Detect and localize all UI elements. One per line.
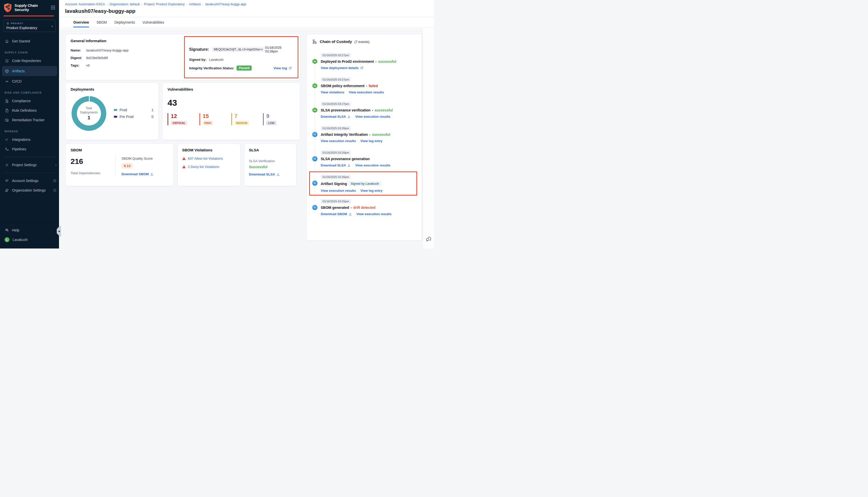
sidebar-item-help[interactable]: ? Help <box>0 225 59 235</box>
chain-of-custody-icon <box>312 39 317 44</box>
event-timestamp: 01/16/2025 03:27pm <box>321 77 351 82</box>
sidebar-item-cicd[interactable]: CI/CD <box>0 76 59 86</box>
sidebar-item-get-started[interactable]: Get Started <box>0 37 59 46</box>
clipboard-check-icon <box>4 108 9 113</box>
divider <box>3 173 56 173</box>
support-chat-icon[interactable] <box>425 236 432 242</box>
sidebar-item-project-settings[interactable]: Project Settings › <box>0 160 59 170</box>
sidebar-item-label: CI/CD <box>12 79 22 83</box>
severity-high: 15 HIGH <box>199 113 231 125</box>
info-icon[interactable] <box>53 179 56 183</box>
chain-title: Chain of Custody <box>320 39 352 44</box>
sidebar-item-code-repositories[interactable]: Code Repositories <box>0 56 59 66</box>
view-execution-results-link[interactable]: View execution results <box>355 115 390 118</box>
signature-label: Signature: <box>189 47 209 52</box>
view-log-entry-link[interactable]: View log entry <box>360 189 382 193</box>
integrations-icon <box>4 137 9 142</box>
sidebar-item-account-settings[interactable]: Account Settings <box>0 176 59 185</box>
vulnerabilities-total: 43 <box>168 98 295 108</box>
legend-item-pre-prod: Pre Prod 0 <box>114 115 153 119</box>
pipelines-icon <box>4 147 9 151</box>
chain-event-sbom-generated: 01/16/2025 03:25pm SBOM generated - drif… <box>312 199 416 219</box>
view-execution-results-link[interactable]: View execution results <box>321 139 356 143</box>
sidebar-item-label: Get Started <box>12 39 30 43</box>
deployments-legend: Prod 1 Pre Prod 0 <box>114 105 153 122</box>
project-selector[interactable]: PROJECT Product Exploratory › <box>3 20 56 32</box>
severity-row: 12 CRITICAL 15 HIGH 7 MEDIUM 9 <box>168 113 295 125</box>
view-deployment-details-link[interactable]: View deployment details <box>321 66 363 70</box>
sidebar-header: Supply Chain Security <box>0 0 59 15</box>
deny-list-violations-link[interactable]: 2 Deny list Violations <box>188 165 219 169</box>
download-sbom-link[interactable]: Download SBOM <box>321 212 352 216</box>
sidebar-user[interactable]: L Lavakush <box>0 235 59 244</box>
sidebar-item-label: Integrations <box>12 138 30 142</box>
file-search-icon <box>4 99 9 103</box>
project-label: PROJECT <box>11 22 23 25</box>
info-icon[interactable] <box>53 188 56 192</box>
chain-events-count: (7 events) <box>354 40 369 44</box>
download-slsa-link[interactable]: Download SLSA <box>321 115 351 118</box>
sidebar-item-label: Account Settings <box>12 179 39 183</box>
main-content: General Information Name: lavakush07/eas… <box>59 28 422 248</box>
user-name: Lavakush <box>13 238 28 242</box>
view-execution-results-link[interactable]: View execution results <box>349 90 384 94</box>
chain-event-artifact-integrity: 01/16/2025 03:26pm Artifact Integrity Ve… <box>312 126 416 146</box>
chevron-right-icon: › <box>186 3 187 6</box>
sidebar-item-remediation-tracker[interactable]: Remediation Tracker <box>0 115 59 125</box>
sidebar-item-organization-settings[interactable]: Organization Settings <box>0 185 59 195</box>
apps-grid-icon[interactable] <box>51 5 56 10</box>
tab-sbom[interactable]: SBOM <box>96 17 107 27</box>
breadcrumb-account[interactable]: Account: Automation-SSCA <box>65 2 105 6</box>
warning-triangle-icon <box>182 157 186 160</box>
download-sbom-link[interactable]: Download SBOM <box>121 172 153 176</box>
sidebar-item-label: Organization Settings <box>12 188 46 192</box>
download-slsa-link[interactable]: Download SLSA <box>321 164 351 167</box>
name-label: Name: <box>71 48 83 52</box>
breadcrumb-current[interactable]: lavakush07/easy-buggy-app <box>205 2 246 6</box>
sidebar-item-artifacts[interactable]: Artifacts <box>2 66 57 76</box>
card-title: General Information <box>71 39 295 43</box>
allow-list-violations-link[interactable]: 637 Allow list Violations <box>188 157 223 160</box>
pipeline-green-icon: ∞ <box>312 59 318 64</box>
signature-value: MEQCICde2VjIT...bL+2+mqnOXw== <box>211 47 265 52</box>
cube-icon <box>4 69 9 73</box>
svg-text:?: ? <box>6 229 7 230</box>
view-execution-results-link[interactable]: View execution results <box>356 212 392 216</box>
chevron-right-icon: › <box>107 3 108 6</box>
sbom-quality-label: SBOM Quality Score <box>121 157 153 160</box>
sidebar-item-label: Help <box>12 228 19 232</box>
signed-by-value: Lavakush <box>209 58 224 61</box>
infinity-icon <box>4 79 9 84</box>
card-title: SBOM <box>71 148 169 152</box>
breadcrumb-organization[interactable]: Organization: default <box>110 2 140 6</box>
sidebar-item-integrations[interactable]: Integrations <box>0 135 59 144</box>
sidebar-item-label: Rule Definitions <box>12 109 37 112</box>
view-violations-link[interactable]: View violations <box>321 90 344 94</box>
view-execution-results-link[interactable]: View execution results <box>321 189 356 193</box>
view-log-entry-link[interactable]: View log entry <box>360 139 382 143</box>
scan-blue-icon <box>312 205 318 210</box>
breadcrumb-project[interactable]: Project: Product Exploratory <box>144 2 185 6</box>
chain-event-slsa-verification: ∞ 01/16/2025 03:27pm SLSA provenance ver… <box>312 101 416 122</box>
tab-deployments[interactable]: Deployments <box>114 17 135 27</box>
tab-vulnerabilities[interactable]: Vulnerabilities <box>142 17 164 27</box>
sidebar-item-pipelines[interactable]: Pipelines <box>0 144 59 154</box>
breadcrumb: Account: Automation-SSCA › Organization:… <box>59 0 434 6</box>
sidebar-item-compliance[interactable]: Compliance <box>0 96 59 106</box>
download-icon <box>277 173 280 176</box>
slsa-status: Successful <box>249 165 292 169</box>
view-execution-results-link[interactable]: View execution results <box>355 164 390 167</box>
download-slsa-link[interactable]: Download SLSA <box>249 172 280 176</box>
tab-overview[interactable]: Overview <box>73 17 89 27</box>
sidebar-item-rule-definitions[interactable]: Rule Definitions <box>0 106 59 115</box>
view-log-link[interactable]: View log <box>273 66 292 70</box>
download-icon <box>349 212 352 216</box>
breadcrumb-artifacts[interactable]: Artifacts <box>189 2 201 6</box>
divider <box>115 156 116 176</box>
chevron-right-icon: › <box>52 24 53 28</box>
scan-blue-icon <box>312 181 318 186</box>
sidebar-item-label: Compliance <box>12 99 31 103</box>
tab-bar: Overview SBOM Deployments Vulnerabilitie… <box>59 17 434 28</box>
severity-low: 9 LOW <box>263 113 295 125</box>
pipeline-green-icon: ∞ <box>312 83 318 88</box>
